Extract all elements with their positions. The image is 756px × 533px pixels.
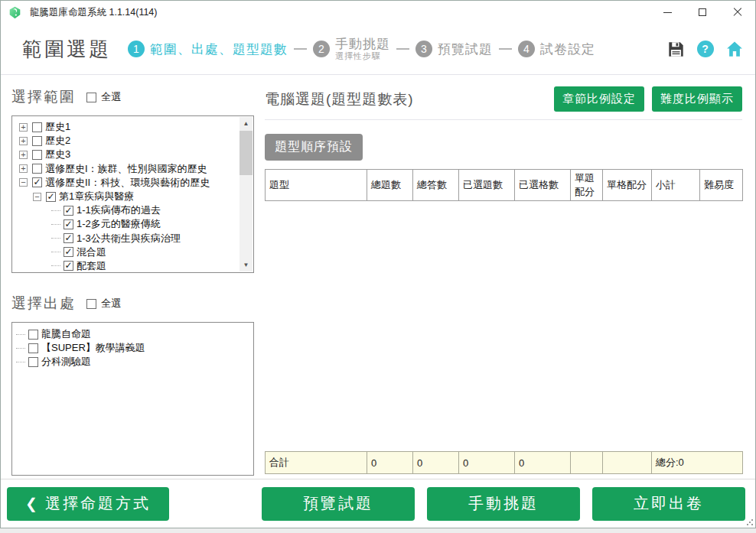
header: 範圍選題 1 範圍、出處、題型題數 2 手動挑題 選擇性步驟 3 預覽試題 <box>1 24 755 75</box>
expand-icon[interactable]: + <box>19 137 28 145</box>
save-button[interactable] <box>667 41 685 58</box>
range-select-all[interactable]: 全選 <box>86 90 121 104</box>
totals-row: 合計 0 0 0 0 總分:0 <box>265 451 743 474</box>
scrollbar-thumb[interactable] <box>240 131 253 175</box>
close-button[interactable] <box>720 1 755 24</box>
titlebar: 龍騰題庫命題系統 1.1.14(114) <box>1 1 755 24</box>
tree-checkbox[interactable] <box>32 164 42 174</box>
source-item-longteng[interactable]: 龍騰自命題 <box>16 327 249 341</box>
step-2-sublabel: 選擇性步驟 <box>335 51 390 60</box>
divider <box>265 119 742 120</box>
totals-total-answers: 0 <box>413 452 459 474</box>
range-select-all-checkbox[interactable] <box>86 93 96 102</box>
expand-icon[interactable]: + <box>19 151 28 159</box>
collapse-icon[interactable]: − <box>33 193 41 201</box>
tree-item-mixed[interactable]: 混合題 <box>16 245 236 259</box>
tree-scrollbar[interactable]: ▲ ▼ <box>240 117 253 271</box>
tree-item-section-1-2[interactable]: 1-2多元的醫療傳統 <box>16 217 236 231</box>
scroll-up-icon[interactable]: ▲ <box>240 117 253 130</box>
generate-paper-button[interactable]: 立即出卷 <box>592 487 745 521</box>
step-2: 2 手動挑題 選擇性步驟 <box>313 37 390 61</box>
source-section-title: 選擇出處 <box>11 294 76 314</box>
tree-item-label: 1-2多元的醫療傳統 <box>77 217 161 231</box>
tree-item-history1[interactable]: + 歷史1 <box>16 120 236 134</box>
preview-questions-button[interactable]: 預覽試題 <box>262 487 415 521</box>
tree-checkbox[interactable] <box>64 261 73 271</box>
back-to-mode-button[interactable]: ❮ 選擇命題方式 <box>7 487 169 521</box>
tree-checkbox[interactable] <box>32 122 42 132</box>
totals-score: 總分:0 <box>652 452 743 474</box>
tree-item-elective2[interactable]: − 選修歷史II：科技、環境與藝術的歷史 <box>16 176 236 190</box>
tree-checkbox[interactable] <box>32 136 42 146</box>
tree-item-matching[interactable]: 配套題 <box>16 259 236 273</box>
source-checkbox[interactable] <box>28 343 38 353</box>
tree-connector <box>51 210 60 211</box>
tree-item-section-1-1[interactable]: 1-1疾病傳布的過去 <box>16 203 236 217</box>
tree-item-chapter1[interactable]: − 第1章疾病與醫療 <box>16 190 236 203</box>
totals-label: 合計 <box>266 452 367 474</box>
tree-item-label: 歷史3 <box>45 148 70 161</box>
totals-empty-cell <box>571 452 603 474</box>
chapter-ratio-button[interactable]: 章節比例設定 <box>554 86 644 112</box>
home-button[interactable] <box>725 41 743 58</box>
manual-pick-button[interactable]: 手動挑題 <box>427 487 580 521</box>
col-total-answers: 總答數 <box>413 170 459 201</box>
col-difficulty: 難易度 <box>700 170 743 201</box>
step-3-number: 3 <box>415 41 432 57</box>
step-1: 1 範圍、出處、題型題數 <box>128 41 288 58</box>
tree-checkbox[interactable] <box>64 206 73 216</box>
source-checkbox[interactable] <box>28 357 38 367</box>
totals-total-questions: 0 <box>367 452 413 474</box>
computer-selection-title: 電腦選題(題型題數表) <box>265 89 414 109</box>
tree-checkbox[interactable] <box>64 247 73 257</box>
col-selected-questions: 已選題數 <box>459 170 515 201</box>
tree-item-section-1-3[interactable]: 1-3公共衛生與疾病治理 <box>16 232 236 245</box>
source-item-super[interactable]: 【SUPER】教學講義題 <box>16 341 249 355</box>
tree-checkbox[interactable] <box>46 192 56 202</box>
tree-checkbox[interactable] <box>64 233 73 243</box>
type-order-preset-button[interactable]: 題型順序預設 <box>265 134 363 161</box>
tree-item-label: 1-3公共衛生與疾病治理 <box>77 232 181 245</box>
minimize-icon <box>663 12 672 13</box>
minimize-button[interactable] <box>650 1 685 24</box>
home-icon <box>726 41 743 57</box>
step-4-label: 試卷設定 <box>540 41 595 58</box>
back-button-label: 選擇命題方式 <box>45 493 151 514</box>
expand-icon[interactable]: + <box>19 123 28 132</box>
tree-item-label: 混合題 <box>77 245 106 259</box>
source-select-all[interactable]: 全選 <box>86 297 121 310</box>
step-1-number: 1 <box>128 41 145 57</box>
source-select-all-checkbox[interactable] <box>86 299 96 309</box>
tree-item-history2[interactable]: + 歷史2 <box>16 134 236 148</box>
col-question-type: 題型 <box>266 170 367 201</box>
save-icon <box>668 41 684 57</box>
help-button[interactable]: ? <box>696 41 714 58</box>
source-checkbox[interactable] <box>28 330 38 340</box>
source-item-exam[interactable]: 分科測驗題 <box>16 355 249 369</box>
difficulty-ratio-button[interactable]: 難度比例顯示 <box>652 86 742 112</box>
maximize-button[interactable] <box>685 1 720 24</box>
tree-item-label: 歷史1 <box>45 120 70 134</box>
tree-checkbox[interactable] <box>32 177 42 187</box>
tree-item-history3[interactable]: + 歷史3 <box>16 148 236 161</box>
step-connector <box>294 48 307 50</box>
tree-connector <box>51 252 60 252</box>
source-item-label: 分科測驗題 <box>41 355 91 369</box>
col-total-questions: 總題數 <box>367 170 413 201</box>
maximize-icon <box>699 8 706 16</box>
chevron-left-icon: ❮ <box>25 495 37 512</box>
step-3-label: 預覽試題 <box>438 41 493 58</box>
source-select-all-label: 全選 <box>101 297 121 310</box>
scroll-down-icon[interactable]: ▼ <box>240 258 253 271</box>
tree-checkbox[interactable] <box>32 150 42 160</box>
tree-item-elective1[interactable]: + 選修歷史I：族群、性別與國家的歷史 <box>16 162 236 176</box>
expand-icon[interactable]: + <box>19 164 28 173</box>
totals-selected-cells: 0 <box>515 452 571 474</box>
tree-checkbox[interactable] <box>64 219 73 229</box>
tree-connector <box>16 362 25 362</box>
source-list: 龍騰自命題 【SUPER】教學講義題 分科測驗題 <box>11 322 254 476</box>
collapse-icon[interactable]: − <box>19 178 28 187</box>
col-selected-cells: 已選格數 <box>515 170 571 201</box>
main-panel: 電腦選題(題型題數表) 章節比例設定 難度比例顯示 題型順序預設 題型 總題數 … <box>265 86 742 474</box>
resize-grip[interactable] <box>747 519 753 525</box>
